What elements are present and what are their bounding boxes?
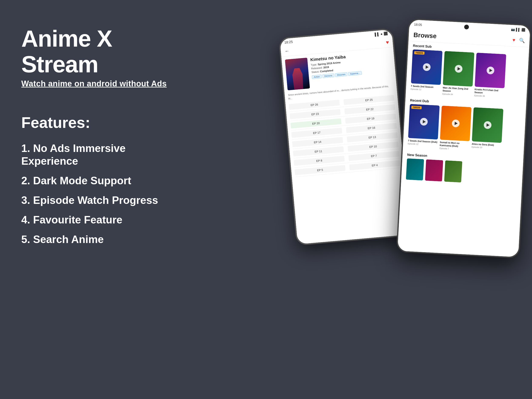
sub-name-3: Kiratto Pri☆chan 2nd Season	[474, 88, 504, 95]
seeds-logo-dub: 7SEEDS	[411, 106, 422, 109]
features-heading: Features:	[21, 114, 181, 131]
dub-thumb-1: 7SEEDS	[408, 104, 440, 139]
tag-action: Action	[312, 75, 322, 79]
search-icon[interactable]: 🔍	[519, 38, 525, 43]
anime-info: Kimetsu no Yaiba Type: Spring 2019 Anime…	[310, 51, 393, 88]
tag-shounen: Shounen	[335, 72, 348, 77]
feature-item-3: 3. Episode Watch Progress	[21, 194, 181, 207]
ns-thumb-1[interactable]	[406, 158, 424, 180]
sub-card-2[interactable]: Wan Jie Xian Zong 2nd Season Episode 84	[442, 51, 475, 97]
sub-name-2: Wan Jie Xian Zong 2nd Season	[442, 86, 472, 94]
browse-header-icons: ♥ 🔍	[513, 37, 525, 43]
sub-card-3[interactable]: Kiratto Pri☆chan 2nd Season Episode 36	[474, 53, 506, 98]
play-overlay-dub-2	[452, 119, 460, 127]
play-overlay-2	[455, 65, 463, 73]
sub-thumb-1: 7SEEDS	[411, 49, 442, 85]
ns-thumb-2[interactable]	[425, 159, 443, 182]
feature-item-4: 4. Favourite Feature	[21, 213, 181, 226]
sub-card-1[interactable]: 7SEEDS 7 Seeds 2nd Season Episode 12	[411, 49, 443, 95]
recent-sub-row: 7SEEDS 7 Seeds 2nd Season Episode 12	[406, 49, 529, 99]
dub-card-2[interactable]: Somali to Mori no Kamisama (Dub) Episode…	[439, 106, 472, 151]
dub-thumb-2	[440, 106, 472, 141]
play-arrow-3	[489, 69, 492, 72]
sub-thumb-3	[475, 53, 506, 88]
app-title: Anime X Stream	[21, 25, 181, 77]
left-panel: Anime X Stream Watch anime on android wi…	[21, 25, 181, 253]
anime-poster-char	[291, 68, 305, 90]
sub-thumb-2	[443, 51, 474, 87]
feature-item-5: 5. Search Anime	[21, 233, 181, 246]
play-arrow-1	[425, 65, 429, 69]
dub-card-3[interactable]: Ahiru no Sora (Dub) Episode 20	[471, 107, 503, 153]
play-overlay-1	[423, 63, 431, 71]
back-heart-icon[interactable]: ♥	[386, 39, 389, 45]
browse-title: Browse	[413, 31, 437, 40]
dub-thumb-3	[472, 107, 503, 143]
front-status-icons: 📷 ▌▌ ⬛	[511, 27, 526, 32]
anime-poster	[285, 58, 310, 90]
fade-overlay	[398, 234, 519, 257]
phone-back: 18:25 ▌▌ ● ⬛ ← ♥ Kimetsu no Yaiba Type: …	[278, 28, 411, 246]
back-status-time: 18:25	[284, 40, 293, 44]
back-status-icons: ▌▌ ● ⬛	[374, 32, 388, 37]
feature-item-2: 2. Dark Mode Support	[21, 174, 181, 187]
play-arrow-dub-1	[423, 120, 426, 123]
app-subtitle: Watch anime on android without Ads	[21, 79, 181, 88]
play-arrow-2	[457, 67, 461, 71]
dub-card-1[interactable]: 7SEEDS 7 Seeds 2nd Season (Dub) Episode …	[407, 104, 440, 149]
back-arrow-icon[interactable]: ←	[284, 48, 289, 54]
play-overlay-dub-1	[420, 118, 428, 126]
camera-notch	[464, 25, 469, 29]
play-arrow-dub-3	[487, 123, 490, 127]
heart-icon[interactable]: ♥	[513, 37, 515, 43]
play-overlay-dub-3	[484, 121, 492, 129]
phone-front: 18:05 📷 ▌▌ ⬛ Browse ♥ 🔍 Recent Sub 7SEED…	[396, 18, 532, 259]
tag-super: Superna...	[348, 71, 362, 76]
phones-container: 18:25 ▌▌ ● ⬛ ← ♥ Kimetsu no Yaiba Type: …	[270, 17, 526, 379]
play-arrow-dub-2	[455, 121, 458, 125]
feature-list: 1. No Ads Immersive Experience 2. Dark M…	[21, 142, 181, 246]
feature-item-1: 1. No Ads Immersive Experience	[21, 142, 181, 167]
episode-grid: EP 26 EP 25 EP 23 EP 22 EP 20 EP 19 EP 1…	[285, 93, 404, 177]
seeds-logo-1: 7SEEDS	[414, 51, 424, 55]
recent-dub-row: 7SEEDS 7 Seeds 2nd Season (Dub) Episode …	[403, 104, 526, 154]
dub-name-2: Somali to Mori no Kamisama (Dub)	[440, 141, 470, 148]
tag-demons: Demons	[322, 73, 335, 78]
front-status-time: 18:05	[414, 23, 422, 27]
play-overlay-3	[487, 66, 494, 75]
ns-thumb-3[interactable]	[444, 160, 462, 183]
